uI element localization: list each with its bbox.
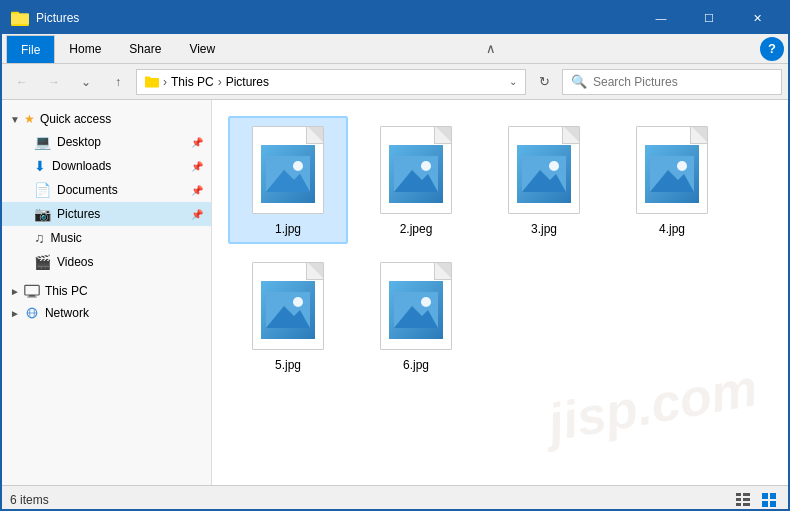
music-icon: ♫ (34, 230, 45, 246)
file-paper-5 (252, 262, 324, 350)
tab-view[interactable]: View (175, 35, 229, 63)
history-dropdown-button[interactable]: ⌄ (72, 68, 100, 96)
svg-point-19 (549, 161, 559, 171)
details-view-button[interactable] (732, 489, 754, 511)
sidebar-section-this-pc[interactable]: ► This PC (2, 280, 211, 302)
tab-share[interactable]: Share (115, 35, 175, 63)
svg-point-12 (293, 161, 303, 171)
file-paper-1 (252, 126, 324, 214)
svg-rect-37 (770, 493, 776, 499)
file-paper-6 (380, 262, 452, 350)
large-icons-view-button[interactable] (758, 489, 780, 511)
maximize-button[interactable]: ☐ (686, 2, 732, 34)
title-bar: Pictures — ☐ ✕ (2, 2, 788, 34)
file-item-5[interactable]: 5.jpg (228, 252, 348, 380)
tab-home[interactable]: Home (55, 35, 115, 63)
path-separator-1: › (163, 75, 167, 89)
sidebar-item-documents[interactable]: 📄 Documents 📌 (2, 178, 211, 202)
view-controls (732, 489, 780, 511)
path-this-pc[interactable]: This PC (171, 75, 214, 89)
file-item-4[interactable]: 4.jpg (612, 116, 732, 244)
svg-rect-31 (743, 493, 750, 496)
help-button[interactable]: ? (760, 37, 784, 61)
sidebar-videos-label: Videos (57, 255, 93, 269)
file-item-2[interactable]: 2.jpeg (356, 116, 476, 244)
tab-file[interactable]: File (6, 35, 55, 63)
title-bar-title: Pictures (36, 11, 638, 25)
sidebar-this-pc-label: This PC (45, 284, 88, 298)
network-icon (24, 306, 40, 320)
main-layout: ▼ ★ Quick access 💻 Desktop 📌 ⬇ Downloads… (2, 100, 788, 485)
path-separator-2: › (218, 75, 222, 89)
svg-rect-30 (736, 493, 741, 496)
path-pictures[interactable]: Pictures (226, 75, 269, 89)
sidebar-item-desktop[interactable]: 💻 Desktop 📌 (2, 130, 211, 154)
svg-rect-38 (762, 501, 768, 507)
svg-rect-5 (25, 285, 39, 295)
sidebar-item-videos[interactable]: 🎬 Videos (2, 250, 211, 274)
refresh-button[interactable]: ↻ (530, 68, 558, 96)
address-path[interactable]: › This PC › Pictures ⌄ (136, 69, 526, 95)
file-name-6: 6.jpg (403, 358, 429, 372)
sidebar-section-quick-access[interactable]: ▼ ★ Quick access (2, 108, 211, 130)
search-icon: 🔍 (571, 74, 587, 89)
file-item-3[interactable]: 3.jpg (484, 116, 604, 244)
svg-rect-6 (29, 295, 35, 297)
sidebar-item-pictures[interactable]: 📷 Pictures 📌 (2, 202, 211, 226)
sidebar-pictures-label: Pictures (57, 207, 100, 221)
search-box[interactable]: 🔍 (562, 69, 782, 95)
sidebar-item-downloads[interactable]: ⬇ Downloads 📌 (2, 154, 211, 178)
file-name-4: 4.jpg (659, 222, 685, 236)
up-button[interactable]: ↑ (104, 68, 132, 96)
item-count: 6 items (10, 493, 49, 507)
downloads-pin-icon: 📌 (191, 161, 203, 172)
ribbon-tabs: File Home Share View ∧ ? (2, 34, 788, 64)
file-thumb-1 (248, 126, 328, 216)
file-thumb-2 (376, 126, 456, 216)
title-bar-icon (10, 8, 30, 28)
sidebar: ▼ ★ Quick access 💻 Desktop 📌 ⬇ Downloads… (2, 100, 212, 485)
videos-icon: 🎬 (34, 254, 51, 270)
file-grid: 1.jpg 2.jpeg (228, 116, 772, 380)
file-paper-2 (380, 126, 452, 214)
file-name-3: 3.jpg (531, 222, 557, 236)
close-button[interactable]: ✕ (734, 2, 780, 34)
file-area: jisp.com (212, 100, 788, 485)
file-name-5: 5.jpg (275, 358, 301, 372)
svg-rect-36 (762, 493, 768, 499)
sidebar-section-network[interactable]: ► Network (2, 302, 211, 324)
quick-access-star-icon: ★ (24, 112, 35, 126)
sidebar-downloads-label: Downloads (52, 159, 111, 173)
sidebar-item-music[interactable]: ♫ Music (2, 226, 211, 250)
pictures-sidebar-icon: 📷 (34, 206, 51, 222)
sidebar-music-label: Music (51, 231, 82, 245)
path-expand-icon[interactable]: ⌄ (509, 76, 517, 87)
search-input[interactable] (593, 75, 773, 89)
file-item-6[interactable]: 6.jpg (356, 252, 476, 380)
address-bar: ← → ⌄ ↑ › This PC › Pictures ⌄ ↻ 🔍 (2, 64, 788, 100)
svg-point-22 (677, 161, 687, 171)
minimize-button[interactable]: — (638, 2, 684, 34)
file-item-1[interactable]: 1.jpg (228, 116, 348, 244)
file-thumb-5 (248, 262, 328, 352)
svg-rect-34 (736, 503, 741, 506)
file-name-1: 1.jpg (275, 222, 301, 236)
forward-button[interactable]: → (40, 68, 68, 96)
status-bar: 6 items (2, 485, 788, 511)
ribbon-collapse-icon[interactable]: ∧ (486, 41, 496, 56)
this-pc-arrow-icon: ► (10, 286, 20, 297)
file-preview-5 (261, 281, 315, 339)
file-thumb-4 (632, 126, 712, 216)
file-preview-6 (389, 281, 443, 339)
quick-access-label: Quick access (40, 112, 111, 126)
file-thumb-3 (504, 126, 584, 216)
sidebar-documents-label: Documents (57, 183, 118, 197)
back-button[interactable]: ← (8, 68, 36, 96)
svg-point-16 (421, 161, 431, 171)
file-paper-3 (508, 126, 580, 214)
svg-rect-35 (743, 503, 750, 506)
file-paper-4 (636, 126, 708, 214)
svg-rect-4 (145, 76, 150, 79)
downloads-icon: ⬇ (34, 158, 46, 174)
pictures-pin-icon: 📌 (191, 209, 203, 220)
